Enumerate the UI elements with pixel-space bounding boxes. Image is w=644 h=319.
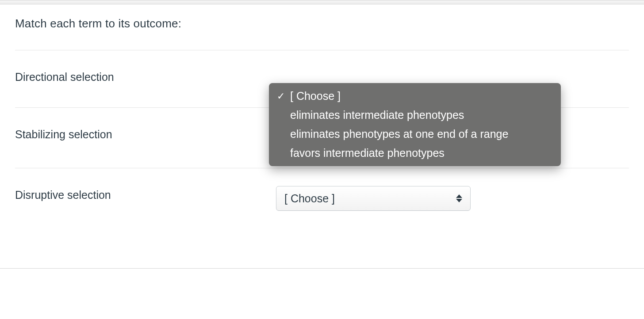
select-value: [ Choose ] xyxy=(284,192,335,205)
check-icon: ✓ xyxy=(277,91,290,102)
match-row-3: Disruptive selection [ Choose ] xyxy=(15,168,629,237)
select-disruptive[interactable]: [ Choose ] xyxy=(276,186,471,211)
dropdown-option-eliminates-intermediate[interactable]: eliminates intermediate phenotypes xyxy=(269,106,561,125)
top-toolbar-strip xyxy=(0,0,644,4)
term-stabilizing: Stabilizing selection xyxy=(15,125,276,141)
select-arrows-icon xyxy=(456,194,462,202)
dropdown-option-choose[interactable]: ✓ [ Choose ] xyxy=(269,87,561,106)
option-label: eliminates intermediate phenotypes xyxy=(290,109,553,122)
dropdown-menu[interactable]: ✓ [ Choose ] eliminates intermediate phe… xyxy=(269,83,561,166)
term-disruptive: Disruptive selection xyxy=(15,186,276,201)
dropdown-option-favors-intermediate[interactable]: favors intermediate phenotypes xyxy=(269,144,561,163)
bottom-divider xyxy=(0,268,644,269)
option-label: favors intermediate phenotypes xyxy=(290,147,553,160)
dropdown-option-eliminates-one-end[interactable]: eliminates phenotypes at one end of a ra… xyxy=(269,125,561,144)
question-title: Match each term to its outcome: xyxy=(15,17,629,30)
term-directional: Directional selection xyxy=(15,68,276,84)
option-label: eliminates phenotypes at one end of a ra… xyxy=(290,128,553,141)
option-label: [ Choose ] xyxy=(290,90,553,103)
select-wrapper-3: [ Choose ] xyxy=(276,186,471,211)
